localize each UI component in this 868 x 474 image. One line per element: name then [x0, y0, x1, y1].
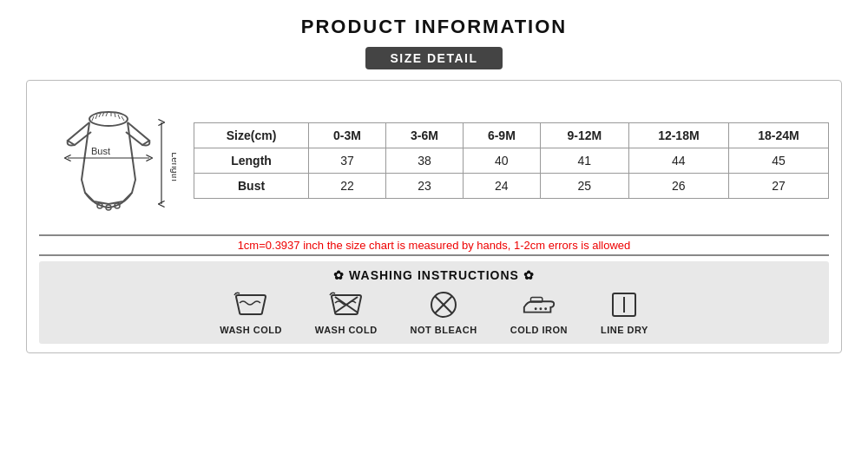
- length-0-3: 37: [309, 148, 386, 173]
- svg-line-8: [118, 115, 120, 119]
- bust-12-18: 26: [628, 173, 728, 198]
- svg-point-23: [535, 307, 537, 310]
- table-header-size: Size(cm): [194, 122, 309, 148]
- svg-point-25: [544, 307, 547, 310]
- cold-iron-label: COLD IRON: [510, 325, 568, 335]
- garment-diagram: Bust Length: [39, 93, 178, 227]
- svg-text:Length: Length: [170, 152, 176, 181]
- table-col-6-9: 6-9M: [463, 122, 540, 148]
- bust-9-12: 25: [540, 173, 628, 198]
- wash-cold-x-icon: [328, 289, 365, 320]
- length-3-6: 38: [385, 148, 463, 173]
- bust-18-24: 27: [728, 173, 828, 198]
- washing-title: ✿ WASHING INSTRUCTIONS ✿: [333, 268, 535, 282]
- size-detail-badge: SIZE DETAIL: [365, 47, 502, 69]
- washing-item-no-bleach: NOT BLEACH: [411, 289, 477, 335]
- length-9-12: 41: [540, 148, 628, 173]
- cold-iron-icon: [521, 289, 557, 320]
- washing-item-wash-cold-x: WASH COLD: [315, 289, 378, 335]
- bust-0-3: 22: [309, 173, 386, 198]
- bust-3-6: 23: [385, 173, 463, 198]
- row-label-bust: Bust: [194, 173, 309, 198]
- table-col-9-12: 9-12M: [540, 122, 628, 148]
- table-col-0-3: 0-3M: [309, 122, 386, 148]
- wash-cold-x-label: WASH COLD: [315, 325, 378, 335]
- table-row-bust: Bust 22 23 24 25 26 27: [194, 173, 829, 198]
- line-dry-icon: [606, 289, 642, 320]
- page-title: PRODUCT INFORMATION: [301, 16, 567, 38]
- washing-item-line-dry: LINE DRY: [601, 289, 648, 335]
- svg-line-9: [122, 116, 124, 121]
- table-row-length: Length 37 38 40 41 44 45: [194, 148, 829, 173]
- main-box: Bust Length: [26, 80, 842, 353]
- line-dry-label: LINE DRY: [601, 325, 648, 335]
- svg-text:Bust: Bust: [90, 146, 109, 156]
- length-18-24: 45: [728, 148, 828, 173]
- no-bleach-label: NOT BLEACH: [411, 325, 477, 335]
- svg-point-24: [539, 307, 542, 310]
- note-line: 1cm=0.3937 inch the size chart is measur…: [39, 234, 829, 256]
- wash-cold-icon: [233, 289, 269, 320]
- length-12-18: 44: [628, 148, 728, 173]
- wash-cold-label: WASH COLD: [220, 325, 282, 335]
- top-section: Bust Length: [39, 93, 829, 227]
- washing-section: ✿ WASHING INSTRUCTIONS ✿ WASH COLD: [39, 261, 829, 344]
- svg-line-7: [115, 113, 115, 117]
- bust-6-9: 24: [463, 173, 540, 198]
- svg-line-2: [95, 115, 97, 119]
- size-table: Size(cm) 0-3M 3-6M 6-9M 9-12M 12-18M 18-…: [194, 122, 829, 199]
- washing-icons: WASH COLD WASH COLD: [220, 289, 648, 335]
- svg-point-0: [89, 112, 128, 126]
- table-col-12-18: 12-18M: [628, 122, 728, 148]
- no-bleach-icon: [425, 289, 462, 320]
- table-col-18-24: 18-24M: [728, 122, 828, 148]
- table-col-3-6: 3-6M: [385, 122, 463, 148]
- svg-line-1: [92, 116, 94, 121]
- washing-item-cold-iron: COLD IRON: [510, 289, 568, 335]
- washing-item-wash-cold: WASH COLD: [220, 289, 282, 335]
- garment-svg: Bust Length: [42, 93, 176, 227]
- page-container: PRODUCT INFORMATION SIZE DETAIL: [0, 0, 868, 474]
- row-label-length: Length: [194, 148, 309, 173]
- length-6-9: 40: [463, 148, 540, 173]
